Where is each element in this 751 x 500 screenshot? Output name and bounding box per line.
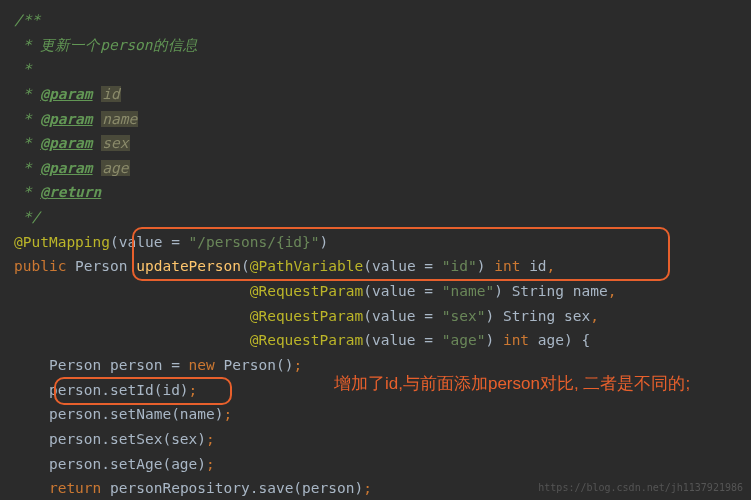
put-mapping-line: @PutMapping(value = "/persons/{id}"): [14, 230, 737, 255]
doc-open: /**: [14, 8, 737, 33]
setage-line: person.setAge(age);: [14, 452, 737, 477]
doc-blank: *: [14, 57, 737, 82]
doc-return: * @return: [14, 180, 737, 205]
doc-param-id: * @param id: [14, 82, 737, 107]
method-sig-line: public Person updatePerson(@PathVariable…: [14, 254, 737, 279]
setname-line: person.setName(name);: [14, 402, 737, 427]
doc-param-age: * @param age: [14, 156, 737, 181]
doc-param-name: * @param name: [14, 107, 737, 132]
doc-param-sex: * @param sex: [14, 131, 737, 156]
code-block: /** * 更新一个person的信息 * * @param id * @par…: [14, 8, 737, 500]
setsex-line: person.setSex(sex);: [14, 427, 737, 452]
doc-close: */: [14, 205, 737, 230]
annotation-note: 增加了id,与前面添加person对比, 二者是不同的;: [334, 373, 690, 396]
doc-desc: * 更新一个person的信息: [14, 33, 737, 58]
param-sex-line: @RequestParam(value = "sex") String sex,: [14, 304, 737, 329]
watermark: https://blog.csdn.net/jh1137921986: [538, 479, 743, 496]
param-age-line: @RequestParam(value = "age") int age) {: [14, 328, 737, 353]
param-name-line: @RequestParam(value = "name") String nam…: [14, 279, 737, 304]
